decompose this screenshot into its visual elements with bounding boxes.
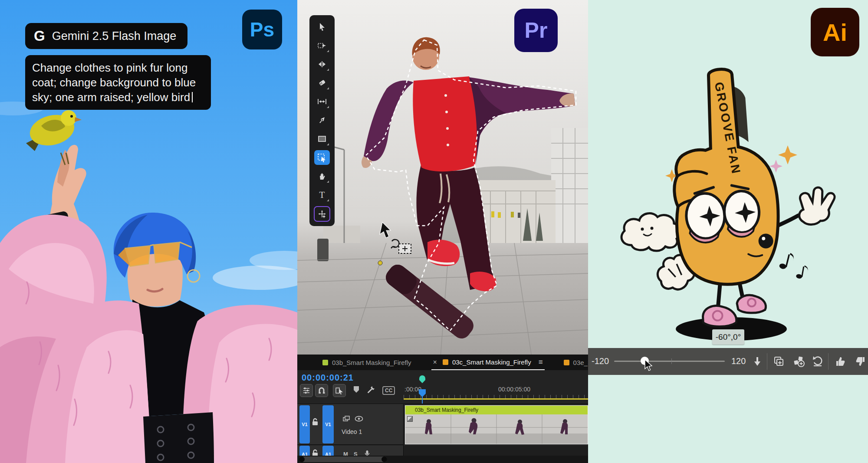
like-button[interactable] [833, 355, 847, 368]
linked-selection-icon [335, 387, 344, 394]
duplicate-icon [773, 356, 785, 367]
type-tool[interactable]: T [314, 187, 330, 202]
thumbs-down-icon [855, 356, 866, 367]
rotation-tooltip: -60°,0° [712, 329, 744, 345]
scrollbar-handle-left[interactable] [299, 456, 305, 462]
object-selection-icon [317, 153, 327, 162]
ruler-label-5s: 00:00:05:00 [498, 386, 530, 393]
slider-max-label: 120 [731, 356, 746, 366]
sequence-tab-bar: 03b_Smart Masking_Firefly × 03c_Smart Ma… [297, 355, 588, 370]
scrollbar-thumb[interactable] [299, 456, 387, 462]
track-header-column: V1 V1 Video 1 A1 A1 M S [297, 404, 404, 456]
undo-rotate-icon [812, 355, 824, 368]
track-area: V1 V1 Video 1 A1 A1 M S [297, 404, 588, 456]
timeline-panel: 03b_Smart Masking_Firefly × 03c_Smart Ma… [297, 355, 588, 463]
object-selection-tool[interactable] [314, 150, 330, 165]
tab-label: 03e_Sma [573, 359, 588, 366]
track-select-forward-tool[interactable] [314, 38, 330, 53]
source-patch-v1[interactable]: V1 [299, 405, 310, 443]
photoshop-logo: Ps [242, 10, 282, 49]
linked-selection-button[interactable] [333, 384, 346, 397]
sequence-chip-icon [443, 359, 448, 365]
text-caret [192, 92, 193, 102]
timeline-settings-icon [302, 387, 310, 394]
video-clip[interactable]: 03b_Smart Masking_Firefly [405, 405, 588, 444]
timeline-scrollbar[interactable] [297, 456, 588, 463]
scrollbar-handle-right[interactable] [381, 456, 387, 462]
timeline-ruler[interactable]: :00:00 00:00:05:00 [404, 386, 588, 400]
marker-icon [353, 385, 360, 393]
track-divider [297, 444, 403, 445]
clip-title-bar: 03b_Smart Masking_Firefly [405, 406, 588, 414]
type-tool-icon: T [319, 190, 325, 200]
smiling-cloud [621, 213, 681, 251]
gemini-model-pill: G Gemini 2.5 Flash Image [25, 23, 187, 49]
slip-icon [317, 98, 327, 105]
ripple-edit-tool[interactable] [314, 57, 330, 72]
ai-transform-icon [317, 209, 327, 219]
track-name[interactable]: Video 1 [342, 428, 362, 435]
add-marker-button[interactable] [353, 385, 360, 393]
panel-menu-icon[interactable]: ≡ [539, 358, 543, 367]
screenshot-stage: G Gemini 2.5 Flash Image Change clothes … [0, 0, 868, 463]
slider-min-label: -120 [592, 356, 609, 366]
illustrator-logo: Ai [811, 8, 859, 56]
pen-icon [318, 116, 326, 125]
razor-tool[interactable] [314, 76, 330, 90]
add-to-group-button[interactable] [792, 355, 806, 368]
pen-tool[interactable] [314, 113, 330, 128]
rotation-slider-bar: -120 120 [588, 348, 868, 375]
selection-tool[interactable] [314, 20, 330, 34]
tab-03b[interactable]: 03b_Smart Masking_Firefly [322, 359, 411, 366]
gemini-model-label: Gemini 2.5 Flash Image [52, 30, 177, 43]
google-g-icon: G [34, 28, 45, 44]
prompt-input[interactable]: Change clothes to pink fur long coat; ch… [25, 55, 211, 110]
dislike-button[interactable] [854, 355, 868, 368]
captions-button[interactable]: CC [382, 386, 395, 395]
add-to-group-icon [793, 355, 805, 368]
trash-bin [317, 239, 329, 261]
razor-icon [318, 79, 326, 87]
toolbar-divider [767, 353, 767, 370]
sequence-chip-icon [322, 360, 328, 365]
black-pants-grommets [143, 412, 214, 463]
premiere-logo: Pr [514, 9, 558, 52]
ripple-edit-icon [317, 60, 327, 68]
playhead-timecode[interactable]: 00:00:00:21 [302, 373, 354, 383]
wrench-icon [366, 385, 375, 395]
tab-03e[interactable]: 03e_Sma [564, 359, 588, 366]
ai-transform-tool[interactable] [314, 206, 330, 222]
cc-icon: CC [382, 386, 395, 395]
clip-label: 03b_Smart Masking_Firefly [415, 407, 478, 413]
clip-marker[interactable] [419, 375, 425, 383]
hand-tool[interactable] [314, 169, 330, 184]
tab-label: 03b_Smart Masking_Firefly [332, 359, 411, 366]
duplicate-button[interactable] [772, 355, 786, 368]
snap-button[interactable] [315, 384, 328, 397]
work-area-bar [404, 398, 588, 400]
rotation-slider-track[interactable] [614, 361, 725, 362]
down-arrow-icon [753, 356, 762, 367]
photoshop-panel: G Gemini 2.5 Flash Image Change clothes … [0, 0, 297, 463]
mouse-cursor [644, 359, 653, 371]
slip-tool[interactable] [314, 94, 330, 109]
fx-badge-icon [407, 416, 413, 422]
timeline-tools-button[interactable] [366, 385, 375, 395]
slider-center-tick [671, 358, 672, 364]
rectangle-tool[interactable] [314, 131, 330, 146]
close-tab-icon[interactable]: × [433, 358, 437, 366]
tab-03c-active[interactable]: × 03c_Smart Masking_Firefly ≡ [431, 355, 545, 370]
hand-icon [318, 172, 326, 181]
download-button[interactable] [750, 355, 764, 368]
selection-tool-icon [318, 23, 326, 31]
premiere-panel: T 03b_Smart Masking_Firefly × 03c_Smart … [297, 0, 588, 463]
track-target-v1[interactable]: V1 [322, 405, 334, 443]
prompt-text: Change clothes to pink fur long coat; ch… [32, 61, 196, 104]
reset-button[interactable] [811, 355, 825, 368]
tab-label: 03c_Smart Masking_Firefly [452, 358, 531, 366]
premiere-tools-panel: T [309, 15, 335, 226]
sync-lock-icon[interactable] [342, 415, 350, 422]
track-visibility-eye-icon[interactable] [355, 416, 363, 422]
clip-filmstrip [405, 414, 588, 444]
timeline-settings-button[interactable] [300, 384, 313, 397]
